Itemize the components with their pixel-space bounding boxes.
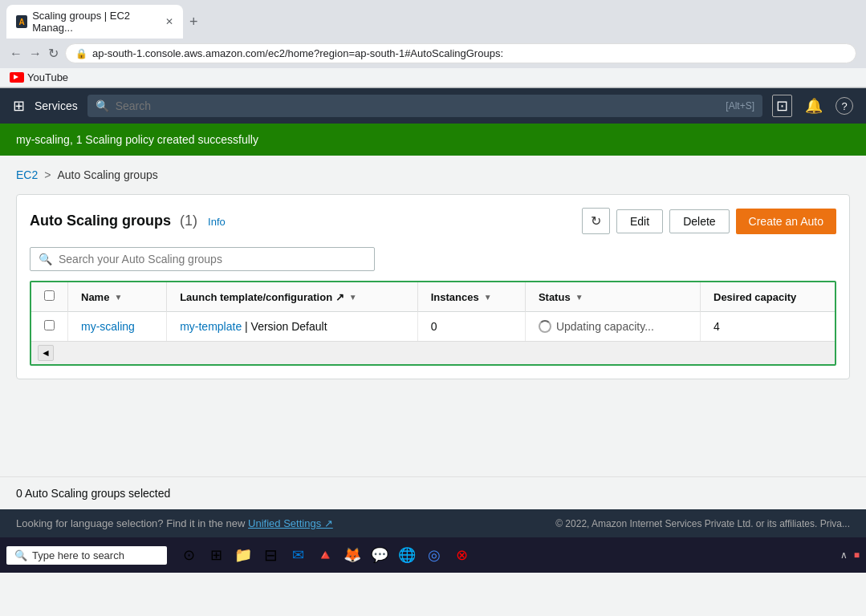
search-shortcut: [Alt+S] — [726, 100, 754, 111]
bookmark-youtube[interactable]: YouTube — [10, 71, 68, 83]
aws-footer: Looking for language selection? Find it … — [0, 509, 866, 537]
taskbar-search-button[interactable]: ⊙ — [177, 543, 201, 567]
template-separator: | — [245, 320, 251, 333]
header-desired-capacity: Desired capacity — [701, 282, 836, 312]
search-input-table[interactable] — [59, 253, 366, 265]
grid-icon[interactable]: ⊞ — [13, 97, 25, 115]
taskbar-store-icon[interactable]: ⊟ — [258, 543, 283, 567]
refresh-button[interactable]: ↻ — [582, 208, 610, 234]
scaling-group-link[interactable]: my-scaling — [81, 320, 135, 333]
footer-language-text: Looking for language selection? Find it … — [16, 517, 245, 529]
breadcrumb: EC2 > Auto Scaling groups — [16, 168, 850, 181]
instances-count: 0 — [431, 320, 437, 333]
taskbar-mail-icon[interactable]: ✉ — [286, 543, 310, 567]
search-box[interactable]: 🔍 — [30, 247, 375, 271]
taskbar-opera-icon[interactable]: ⊗ — [449, 543, 474, 567]
row-status-cell: Updating capacity... — [525, 312, 700, 342]
create-auto-button[interactable]: Create an Auto — [736, 209, 836, 234]
refresh-button[interactable]: ↻ — [48, 46, 59, 61]
scroll-left-button[interactable]: ◄ — [38, 345, 54, 361]
footer-copyright: © 2022, Amazon Internet Services Private… — [555, 518, 817, 529]
forward-button[interactable]: → — [29, 47, 42, 61]
taskbar-widgets-icon[interactable]: ⊞ — [204, 543, 228, 567]
search-icon: 🔍 — [96, 99, 109, 112]
status-indicator: Updating capacity... — [539, 320, 687, 333]
row-desired-capacity-cell: 4 — [701, 312, 836, 342]
status-spinner-icon — [539, 320, 551, 333]
taskbar-whatsapp-icon[interactable]: 💬 — [368, 543, 392, 567]
table-header-row: Name ▼ Launch template/configuration ↗ ▼ — [31, 282, 835, 312]
url-text: ap-south-1.console.aws.amazon.com/ec2/ho… — [92, 47, 503, 59]
header-checkbox-col — [31, 282, 68, 312]
taskbar-search-icon: 🔍 — [14, 549, 27, 561]
header-launch-template: Launch template/configuration ↗ ▼ — [167, 282, 418, 312]
taskbar-chrome-icon[interactable]: ◎ — [422, 543, 446, 567]
tab-close-btn[interactable]: ✕ — [165, 16, 173, 27]
taskbar-firefox-icon[interactable]: 🦊 — [340, 543, 364, 567]
row-name-cell: my-scaling — [68, 312, 167, 342]
taskbar-right: ∧ ■ — [840, 549, 860, 561]
address-bar: ← → ↻ 🔒 ap-south-1.console.aws.amazon.co… — [0, 38, 866, 68]
breadcrumb-separator: > — [44, 168, 51, 181]
taskbar-edge-icon[interactable]: 🌐 — [395, 543, 419, 567]
youtube-icon — [10, 72, 24, 83]
row-template-cell: my-template | Version Default — [167, 312, 418, 342]
back-button[interactable]: ← — [10, 47, 22, 61]
browser-chrome: A Scaling groups | EC2 Manag... ✕ + ← → … — [0, 0, 866, 88]
main-content: EC2 > Auto Scaling groups Auto Scaling g… — [0, 156, 866, 476]
tab-bar: A Scaling groups | EC2 Manag... ✕ + — [0, 0, 866, 38]
edit-button[interactable]: Edit — [616, 209, 663, 233]
lock-icon: 🔒 — [75, 48, 87, 59]
scroll-indicator: ◄ — [31, 341, 835, 364]
bottom-bar: 0 Auto Scaling groups selected — [0, 476, 866, 509]
taskbar-expand-icon[interactable]: ∧ — [840, 549, 848, 561]
search-icon-table: 🔍 — [39, 253, 52, 265]
row-instances-cell: 0 — [417, 312, 525, 342]
search-input[interactable] — [116, 99, 720, 112]
bell-icon[interactable]: 🔔 — [805, 97, 823, 115]
breadcrumb-ec2[interactable]: EC2 — [16, 168, 38, 181]
status-sort-icon[interactable]: ▼ — [575, 293, 583, 302]
tab-title: Scaling groups | EC2 Manag... — [32, 10, 157, 34]
info-link[interactable]: Info — [208, 216, 226, 228]
new-tab-button[interactable]: + — [183, 10, 205, 34]
url-box[interactable]: 🔒 ap-south-1.console.aws.amazon.com/ec2/… — [65, 43, 856, 63]
header-name: Name ▼ — [68, 282, 167, 312]
header-status: Status ▼ — [525, 282, 700, 312]
template-version: Version Default — [251, 320, 327, 333]
help-icon[interactable]: ? — [836, 97, 853, 115]
row-checkbox-cell — [31, 312, 68, 342]
unified-settings-link[interactable]: Unified Settings ↗ — [248, 517, 333, 529]
breadcrumb-current: Auto Scaling groups — [57, 168, 157, 181]
active-tab[interactable]: A Scaling groups | EC2 Manag... ✕ — [6, 5, 183, 38]
delete-button[interactable]: Delete — [669, 209, 729, 233]
cloud-icon[interactable]: ⊡ — [772, 95, 792, 117]
nav-icons: ⊡ 🔔 ? — [772, 95, 853, 117]
footer-privacy: Priva... — [820, 518, 850, 529]
auto-scaling-table-wrapper: Name ▼ Launch template/configuration ↗ ▼ — [30, 281, 836, 366]
launch-sort-icon[interactable]: ▼ — [349, 293, 357, 302]
tab-favicon: A — [16, 15, 27, 28]
taskbar: 🔍 Type here to search ⊙ ⊞ 📁 ⊟ ✉ 🔺 🦊 💬 🌐 … — [0, 537, 866, 573]
row-checkbox[interactable] — [44, 320, 55, 330]
footer-right: © 2022, Amazon Internet Services Private… — [555, 518, 850, 529]
bookmark-label: YouTube — [27, 71, 68, 83]
desired-capacity-value: 4 — [714, 320, 720, 333]
panel-title: Auto Scaling groups (1) — [30, 213, 201, 229]
name-sort-icon[interactable]: ▼ — [114, 293, 122, 302]
select-all-checkbox[interactable] — [44, 290, 55, 301]
panel-title-area: Auto Scaling groups (1) Info — [30, 213, 226, 229]
success-message: my-scaling, 1 Scaling policy created suc… — [16, 133, 258, 146]
services-button[interactable]: Services — [35, 99, 78, 112]
taskbar-search[interactable]: 🔍 Type here to search — [6, 546, 167, 565]
auto-scaling-table: Name ▼ Launch template/configuration ↗ ▼ — [31, 282, 835, 341]
instances-sort-icon[interactable]: ▼ — [484, 293, 492, 302]
panel-actions: ↻ Edit Delete Create an Auto — [582, 208, 836, 234]
taskbar-vlc-icon[interactable]: 🔺 — [313, 543, 337, 567]
table-row: my-scaling my-template | Version Default… — [31, 312, 835, 342]
aws-search-container: 🔍 [Alt+S] — [87, 95, 762, 117]
auto-scaling-panel: Auto Scaling groups (1) Info ↻ Edit Dele… — [16, 194, 850, 379]
aws-topnav: ⊞ Services 🔍 [Alt+S] ⊡ 🔔 ? — [0, 88, 866, 124]
template-link[interactable]: my-template — [180, 320, 242, 333]
taskbar-explorer-icon[interactable]: 📁 — [231, 543, 255, 567]
